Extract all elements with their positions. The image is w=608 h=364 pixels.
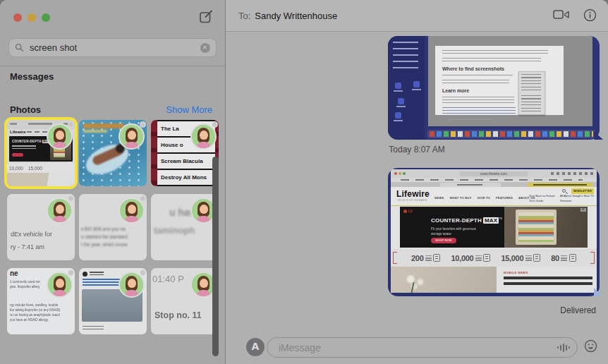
- lifewire-tagline: TECH FOR HUMANS: [397, 199, 427, 202]
- delivery-status: Delivered: [560, 305, 596, 315]
- search-input[interactable]: [28, 42, 200, 54]
- ad-tag: AD: [580, 208, 586, 212]
- composer-bar: [226, 326, 608, 364]
- zoom-window-button[interactable]: [42, 13, 50, 22]
- memoji-avatar: [45, 269, 75, 299]
- photo-tile-stop-text[interactable]: 01:40 P Stop no. 11: [151, 268, 219, 334]
- recipient-name: Sandy Writtenhouse: [255, 11, 337, 21]
- messages-window: Messages Photos Show More Lifewire COUNT…: [0, 0, 608, 364]
- photo-tile-acetaminophen-text[interactable]: u have taminoph: [151, 194, 219, 260]
- lg-logo: LG: [403, 210, 413, 213]
- appstore-icon[interactable]: [246, 338, 265, 356]
- sidebar-scrollbar[interactable]: [212, 157, 219, 356]
- screenshot-lifewire[interactable]: www.lifewire.com Lifewire TECH FOR HUMAN…: [388, 168, 600, 296]
- stats-band: 200 10,000 15,000 80: [391, 249, 597, 267]
- section-label: MOBILE NEWS: [504, 271, 528, 274]
- photo-tile-pool[interactable]: [79, 120, 147, 186]
- message-input-field[interactable]: [267, 337, 578, 358]
- dock: [427, 130, 595, 138]
- conversation-panel: To: Sandy Writtenhouse: [226, 0, 608, 364]
- photos-section-header: Photos: [10, 104, 41, 115]
- search-icon: [15, 43, 24, 52]
- tab-bar: [391, 182, 597, 187]
- header-link: Your Back-to-SchoolTech Guide: [529, 193, 554, 203]
- memoji-avatar: [45, 121, 75, 151]
- clear-search-icon[interactable]: [200, 43, 210, 53]
- message-attachment-desktop-screenshot[interactable]: Where to find screenshots Learn more: [388, 36, 600, 140]
- message-attachment-lifewire-screenshot[interactable]: www.lifewire.com Lifewire TECH FOR HUMAN…: [388, 168, 600, 296]
- video-call-icon[interactable]: [553, 8, 570, 24]
- mini-lifewire-logo: Lifewire: [10, 130, 26, 134]
- memoji-avatar: [117, 269, 147, 299]
- photo-tile-movie-list[interactable]: The La House o Scream Blacula Destroy Al…: [151, 120, 219, 186]
- context-menu: [518, 71, 545, 115]
- close-window-button[interactable]: [13, 13, 22, 22]
- message-input[interactable]: [277, 341, 557, 354]
- memoji-avatar: [117, 195, 147, 225]
- lifewire-logo: Lifewire: [396, 189, 430, 199]
- mini-browser-toolbar: www.lifewire.com: [391, 169, 597, 178]
- tweet-avatar: [83, 272, 87, 277]
- movie-row: Destroy All Mons: [157, 170, 215, 186]
- search-field[interactable]: [8, 38, 217, 57]
- movie-row: Scream Blacula: [157, 154, 215, 170]
- messages-section-header: Messages: [10, 71, 54, 82]
- sidebar: Messages Photos Show More Lifewire COUNT…: [0, 0, 226, 364]
- memoji-avatar: [45, 195, 75, 225]
- memoji-avatar: [189, 121, 219, 151]
- screenshot-desktop[interactable]: Where to find screenshots Learn more: [388, 36, 600, 140]
- doc-heading: Where to find screenshots: [442, 66, 504, 71]
- compose-icon[interactable]: [198, 9, 214, 25]
- url-field: www.lifewire.com: [460, 171, 528, 176]
- photo-tile-fedex-text[interactable]: dEx vehicle for ry - 7:41 am: [7, 194, 75, 260]
- header-link: All About Google's New TVStreamer: [560, 193, 594, 203]
- fridge-photo: [504, 207, 588, 248]
- conversation-header: To: Sandy Writtenhouse: [226, 0, 608, 32]
- doc-heading: Learn more: [442, 88, 469, 93]
- divider: [0, 66, 225, 66]
- emoji-icon[interactable]: [584, 339, 597, 353]
- memoji-avatar: [117, 121, 147, 151]
- lg-ad-banner: LG COUNTER-DEPTHMAXTM Fit your favorites…: [400, 207, 588, 248]
- shop-now-button: SHOP NOW: [431, 238, 456, 243]
- to-label: To:: [238, 11, 250, 21]
- newsletter-button: NEWSLETTER: [571, 188, 594, 194]
- photo-tile-ibuprofen-text[interactable]: ne 1 commonly used me gies. Ibuprofen al…: [7, 268, 75, 334]
- lifewire-nav: NEWS WHAT TO BUY HOW TO FEATURES ABOUT U…: [434, 196, 535, 200]
- flower-photo: [391, 267, 497, 293]
- date-separator: Today 8:07 AM: [226, 145, 608, 154]
- show-more-link[interactable]: Show More: [166, 104, 212, 115]
- lifewire-header: Lifewire TECH FOR HUMANS NEWS WHAT TO BU…: [391, 187, 597, 206]
- photo-tile-tweet-ocean[interactable]: [79, 268, 147, 334]
- headline-placeholder: [504, 277, 592, 285]
- active-tab-highlight: [528, 183, 592, 187]
- photo-results-grid: Lifewire COUNTER-DEPTH MAX 10,00015,000: [7, 120, 219, 334]
- info-icon[interactable]: [583, 8, 597, 25]
- minimize-window-button[interactable]: [28, 13, 36, 22]
- mini-search-icon: [562, 189, 566, 193]
- photo-tile-tax-text[interactable]: s $97,808 and you ha u claimed the stand…: [79, 194, 147, 260]
- audio-waveform-icon[interactable]: [557, 344, 570, 352]
- photo-tile-lifewire-selected[interactable]: Lifewire COUNTER-DEPTH MAX 10,00015,000: [7, 120, 75, 186]
